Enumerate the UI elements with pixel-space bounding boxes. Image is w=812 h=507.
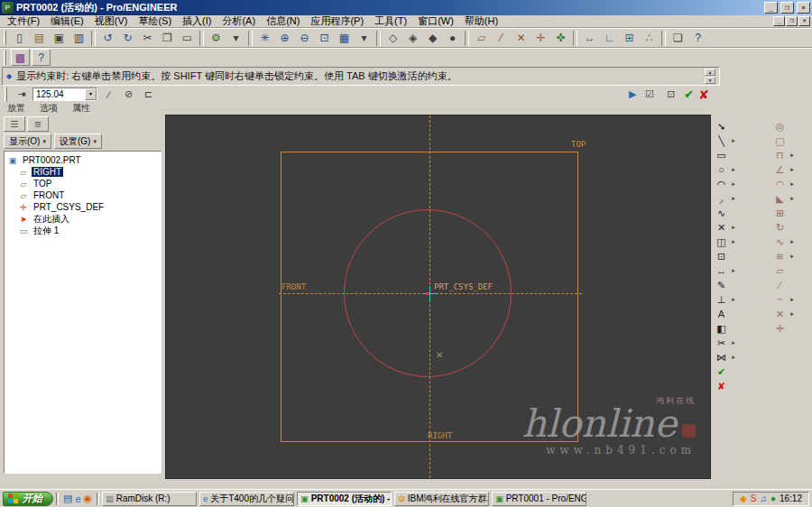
datum-curve-tool[interactable]: ~ ▸	[772, 292, 797, 307]
tree-item-top[interactable]: ▱ TOP	[6, 178, 159, 189]
maximize-button[interactable]: ❐	[780, 2, 794, 14]
flyout-arrow-icon[interactable]: ▸	[729, 195, 738, 202]
start-button[interactable]: 开始	[3, 492, 53, 506]
chamfer-tool[interactable]: ◣ ▸	[772, 191, 797, 206]
tree-settings-button[interactable]: 设置(G)▾	[54, 134, 102, 149]
flip-direction-button[interactable]: ∕	[100, 88, 117, 102]
save-icon[interactable]: ▣	[50, 30, 69, 47]
blend-tool[interactable]: ≋ ▸	[772, 249, 797, 263]
regenerate-menu-icon[interactable]: ▾	[226, 30, 245, 47]
sketcher-dims-icon[interactable]: ↔	[580, 30, 599, 47]
toolbar-grip[interactable]	[5, 88, 7, 102]
depth-value-combo[interactable]: 125.04 ▾	[32, 88, 97, 101]
dashboard-tab[interactable]: 属性	[72, 102, 90, 114]
regenerate-icon[interactable]: ⚙	[207, 30, 226, 47]
menu-item[interactable]: 应用程序(P)	[305, 14, 369, 28]
datum-planes-icon[interactable]: ▱	[472, 30, 491, 47]
spin-center-icon[interactable]: ✜	[551, 30, 570, 47]
taskbar-clock[interactable]: 16:12	[780, 493, 802, 503]
rectangle-tool[interactable]: ▭	[714, 148, 738, 162]
csys-label[interactable]: PRT_CSYS_DEF	[434, 282, 493, 291]
flyout-arrow-icon[interactable]: ▸	[788, 166, 797, 173]
tree-item-front[interactable]: ▱ FRONT	[6, 189, 159, 201]
datum-axis-tool[interactable]: ⁄	[772, 278, 797, 292]
round-tool[interactable]: ◠ ▸	[772, 177, 797, 191]
hidden-line-icon[interactable]: ◈	[403, 30, 422, 47]
flyout-arrow-icon[interactable]: ▸	[729, 137, 738, 144]
flyout-arrow-icon[interactable]: ▸	[729, 354, 738, 361]
menu-item[interactable]: 插入(I)	[177, 14, 217, 28]
message-scroll-up[interactable]: ▲	[705, 69, 715, 76]
tree-item-part[interactable]: ▣ PRT0002.PRT	[6, 154, 159, 166]
mirror-tool[interactable]: ⋈ ▸	[714, 350, 738, 364]
flyout-arrow-icon[interactable]: ▸	[729, 238, 738, 245]
datum-csys-icon[interactable]: ✛	[531, 30, 550, 47]
tray-icon-green[interactable]: ●	[770, 493, 776, 503]
circle-tool[interactable]: ○ ▸	[714, 162, 738, 177]
sweep-tool[interactable]: ∿ ▸	[772, 235, 797, 249]
dimension-tool[interactable]: ↔ ▸	[714, 263, 738, 278]
mdi-close-button[interactable]: ✕	[798, 16, 810, 26]
sketcher-grid-icon[interactable]: ⊞	[620, 30, 639, 47]
saved-views-menu-icon[interactable]: ▾	[355, 30, 374, 47]
resume-button[interactable]: ▶	[629, 88, 636, 100]
task-prt0001[interactable]: ▣ PRT0001 - Pro/ENGIN...	[492, 492, 586, 506]
point-tool[interactable]: ✕ ▸	[714, 220, 738, 235]
constrain-tool[interactable]: ⊥ ▸	[714, 292, 738, 307]
datum-label-front[interactable]: FRONT	[281, 282, 306, 291]
flyout-arrow-icon[interactable]: ▸	[729, 339, 738, 346]
flyout-arrow-icon[interactable]: ▸	[788, 310, 797, 318]
flyout-arrow-icon[interactable]: ▸	[788, 296, 797, 303]
datum-plane-tool[interactable]: ▱	[772, 263, 797, 278]
repaint-icon[interactable]: ✳	[255, 30, 274, 47]
task-prt0002[interactable]: ▣ PRT0002 (活动的) -	[297, 492, 392, 506]
cut-icon[interactable]: ✂	[138, 30, 157, 47]
redo-icon[interactable]: ↻	[118, 30, 137, 47]
open-icon[interactable]: ▤	[30, 30, 49, 47]
copy-icon[interactable]: ❐	[158, 30, 177, 47]
revolve-tool[interactable]: ↻	[772, 220, 797, 235]
toolbar-grip[interactable]	[4, 31, 6, 45]
sketcher-constraints-icon[interactable]: ∟	[600, 30, 619, 47]
paste-icon[interactable]: ▭	[178, 30, 197, 47]
new-window-icon[interactable]: ❏	[669, 30, 687, 47]
ie-icon[interactable]: e	[75, 493, 80, 504]
tray-icon-music[interactable]: ♫	[760, 493, 767, 503]
menu-item[interactable]: 编辑(E)	[45, 14, 89, 28]
context-help-icon[interactable]: ?	[32, 49, 51, 66]
datum-point-tool[interactable]: ✕ ▸	[772, 307, 797, 321]
combo-dropdown-icon[interactable]: ▾	[85, 88, 97, 100]
fillet-tool[interactable]: ◞ ▸	[714, 191, 738, 206]
flyout-arrow-icon[interactable]: ▸	[729, 180, 738, 188]
sketch-quit-button[interactable]: ✘	[714, 379, 738, 393]
palette-tool[interactable]: ◧	[714, 321, 738, 336]
datum-csys-tool[interactable]: ✛	[772, 321, 797, 336]
refit-icon[interactable]: ⊡	[315, 30, 334, 47]
show-desktop-icon[interactable]: ▤	[63, 493, 72, 504]
flyout-arrow-icon[interactable]: ▸	[729, 296, 738, 303]
saved-views-icon[interactable]: ▦	[335, 30, 354, 47]
message-scroll-down[interactable]: ▼	[705, 77, 715, 84]
dashboard-tab[interactable]: 选项	[40, 102, 58, 114]
navigator-tab-model-tree[interactable]: ☰	[4, 116, 25, 132]
tree-item-right[interactable]: ▱ RIGHT	[6, 166, 159, 178]
use-edge-tool[interactable]: ◫ ▸	[714, 235, 738, 249]
toolbar-grip[interactable]	[4, 51, 6, 65]
flyout-arrow-icon[interactable]: ▸	[788, 180, 797, 188]
task-ramdisk[interactable]: ▤ RamDisk (R:)	[102, 492, 197, 506]
trim-tool[interactable]: ✂ ▸	[714, 336, 738, 350]
extrude-tool[interactable]: ⊞	[772, 206, 797, 220]
point-marker[interactable]: ✕	[436, 350, 443, 360]
arc-tool[interactable]: ◠ ▸	[714, 177, 738, 191]
flyout-arrow-icon[interactable]: ▸	[729, 166, 738, 173]
datum-label-right[interactable]: RIGHT	[428, 431, 452, 440]
undo-icon[interactable]: ↺	[98, 30, 117, 47]
draft-tool[interactable]: ∠ ▸	[772, 162, 797, 177]
preview-toggle[interactable]: ☑	[641, 88, 658, 102]
menu-item[interactable]: 帮助(H)	[459, 14, 503, 28]
menu-item[interactable]: 窗口(W)	[412, 14, 459, 28]
accept-button[interactable]: ✔	[684, 88, 694, 101]
verify-toggle[interactable]: ⊡	[662, 88, 679, 102]
offset-edge-tool[interactable]: ⊡	[714, 249, 738, 263]
menu-item[interactable]: 草绘(S)	[133, 14, 177, 28]
